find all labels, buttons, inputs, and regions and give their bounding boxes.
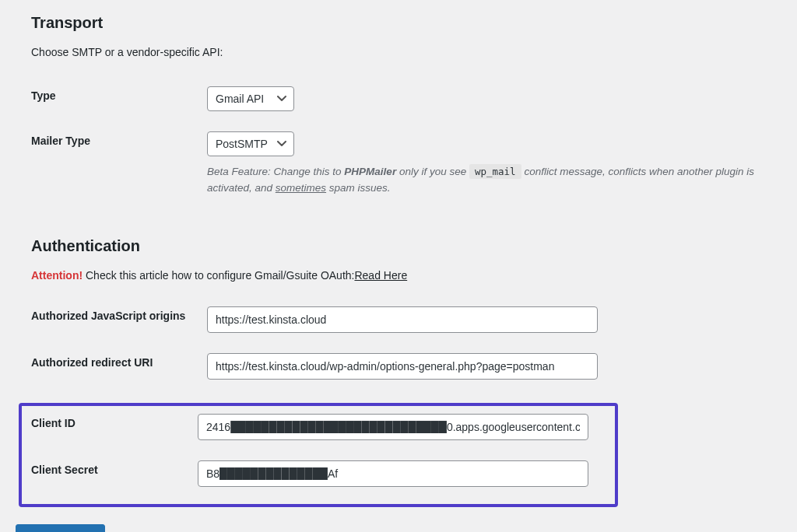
credentials-highlight-box: Client ID Client Secret: [19, 403, 618, 507]
client-id-label: Client ID: [31, 406, 198, 453]
mailer-description: Beta Feature: Change this to PHPMailer o…: [207, 164, 781, 197]
wp-mail-code: wp_mail: [469, 164, 521, 179]
js-origins-input[interactable]: [207, 306, 598, 333]
client-secret-input[interactable]: [198, 460, 588, 487]
save-changes-button[interactable]: Save Changes: [16, 524, 105, 532]
read-here-link[interactable]: Read Here: [354, 269, 407, 282]
type-select[interactable]: Gmail API: [207, 86, 294, 111]
transport-intro: Choose SMTP or a vendor-specific API:: [31, 46, 781, 58]
phpmailer-bold: PHPMailer: [344, 166, 396, 177]
auth-table: Authorized JavaScript origins Authorized…: [31, 299, 781, 392]
mailer-type-label: Mailer Type: [31, 124, 207, 209]
credentials-table: Client ID Client Secret: [31, 406, 606, 499]
redirect-uri-label: Authorized redirect URI: [31, 345, 207, 392]
js-origins-label: Authorized JavaScript origins: [31, 299, 207, 345]
sometimes-underline: sometimes: [276, 182, 326, 194]
client-id-input[interactable]: [198, 414, 588, 440]
transport-heading: Transport: [31, 14, 781, 32]
redirect-uri-input[interactable]: [207, 353, 598, 380]
client-secret-label: Client Secret: [31, 453, 198, 499]
transport-table: Type Gmail API Mailer Type PostSMTP Beta…: [31, 79, 781, 209]
mailer-type-select[interactable]: PostSMTP: [207, 131, 294, 156]
attention-line: Attention! Check this article how to con…: [31, 269, 781, 282]
attention-label: Attention!: [31, 269, 83, 282]
authentication-heading: Authentication: [31, 237, 781, 255]
type-label: Type: [31, 79, 207, 124]
